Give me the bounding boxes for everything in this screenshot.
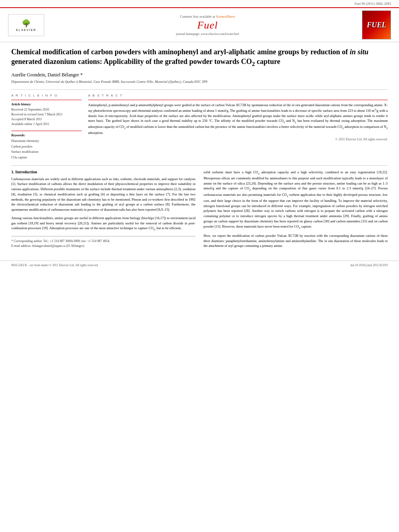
intro-paragraph-1: Carbonaceous materials are widely used i… [11, 177, 195, 212]
copyright-line: © 2011 Elsevier Ltd. All rights reserved… [88, 138, 388, 141]
abstract-header: A B S T R A C T [88, 94, 388, 97]
abstract-box: Aminophenyl, p-aminobenzyl and p-aminoet… [88, 100, 388, 141]
revised-date: Received in revised form 7 March 2011 [11, 112, 82, 117]
intro-paragraph-2: Among various functionalities, amino gro… [11, 216, 195, 232]
fuel-logo-box: FUEL [362, 10, 391, 39]
footnote-corresponding: * Corresponding author. Tel.: +1 514 987… [11, 239, 195, 244]
contents-text: Contents lists available at [180, 14, 215, 18]
keywords-label: Keywords: [11, 134, 82, 137]
keywords-box: Keywords: Diazonium chemistry Carbon pow… [11, 131, 82, 160]
elsevier-logo: 🌳 ELSEVIER [8, 14, 44, 36]
online-date: Available online 1 April 2011 [11, 122, 82, 127]
body-left-col: 1. Introduction Carbonaceous materials a… [11, 170, 195, 252]
contents-line: Contents lists available at ScienceDirec… [56, 14, 359, 18]
fuel-logo-text: FUEL [367, 21, 386, 29]
section-divider-2 [11, 165, 388, 166]
elsevier-label: ELSEVIER [16, 29, 37, 31]
bottom-bar: 0016-2361/$ – see front matter © 2011 El… [0, 261, 399, 269]
journal-header: 🌳 ELSEVIER Contents lists available at S… [0, 8, 399, 42]
received-date: Received 22 September 2010 [11, 107, 82, 112]
info-abstract-section: A R T I C L E I N F O Article history: R… [11, 94, 388, 160]
journal-title-area: Contents lists available at ScienceDirec… [56, 14, 359, 36]
elsevier-logo-area: 🌳 ELSEVIER [8, 14, 56, 36]
article-title: Chemical modification of carbon powders … [11, 47, 388, 68]
body-two-col: 1. Introduction Carbonaceous materials a… [11, 170, 388, 252]
affiliation: Département de Chimie, Université du Qué… [11, 80, 388, 84]
main-content: Chemical modification of carbon powders … [0, 42, 399, 257]
citation-bar: Fuel 90 (2011) 2684–2693 [0, 0, 399, 8]
footnote-section: * Corresponding author. Tel.: +1 514 987… [11, 236, 195, 249]
footnote-email: E-mail address: belanger.daniel@uqam.ca … [11, 244, 195, 249]
abstract-col: A B S T R A C T Aminophenyl, p-aminobenz… [88, 94, 388, 160]
right-paragraph-1: solid sorbents must have a high CO2 adso… [204, 170, 388, 230]
article-info-col: A R T I C L E I N F O Article history: R… [11, 94, 82, 160]
journal-name: Fuel [56, 19, 359, 31]
section-divider-1 [11, 89, 388, 90]
author-names: Aurélie Grondein, Daniel Bélanger * [11, 72, 83, 78]
section-number: 1. Introduction [11, 170, 37, 174]
article-info-header: A R T I C L E I N F O [11, 94, 82, 97]
keyword-3: Surface modification [11, 149, 82, 155]
history-label: Article history: [11, 103, 82, 106]
doi-text: doi:10.1016/j.fuel.2011.03.019 [350, 263, 388, 267]
keyword-4: CO₂ capture [11, 155, 82, 160]
abstract-text: Aminophenyl, p-aminobenzyl and p-aminoet… [88, 103, 388, 135]
fuel-logo-area: FUEL [359, 10, 391, 39]
citation-text: Fuel 90 (2011) 2684–2693 [354, 2, 391, 6]
intro-section-title: 1. Introduction [11, 170, 195, 174]
sciencedirect-link[interactable]: ScienceDirect [216, 14, 235, 18]
keyword-1: Diazonium chemistry [11, 138, 82, 144]
article-history-box: Article history: Received 22 September 2… [11, 100, 82, 127]
issn-text: 0016-2361/$ – see front matter © 2011 El… [11, 263, 99, 267]
homepage-line: journal homepage: www.elsevier.com/locat… [56, 32, 359, 36]
right-paragraph-2: Here, we report the modification of carb… [204, 233, 388, 249]
body-right-col: solid sorbents must have a high CO2 adso… [204, 170, 388, 252]
elsevier-tree-icon: 🌳 [22, 19, 31, 28]
authors: Aurélie Grondein, Daniel Bélanger * [11, 72, 388, 78]
page-wrapper: Fuel 90 (2011) 2684–2693 🌳 ELSEVIER Cont… [0, 0, 399, 269]
accepted-date: Accepted 8 March 2011 [11, 117, 82, 122]
in-situ-italic: in situ [350, 48, 368, 56]
keyword-2: Carbon powders [11, 144, 82, 150]
